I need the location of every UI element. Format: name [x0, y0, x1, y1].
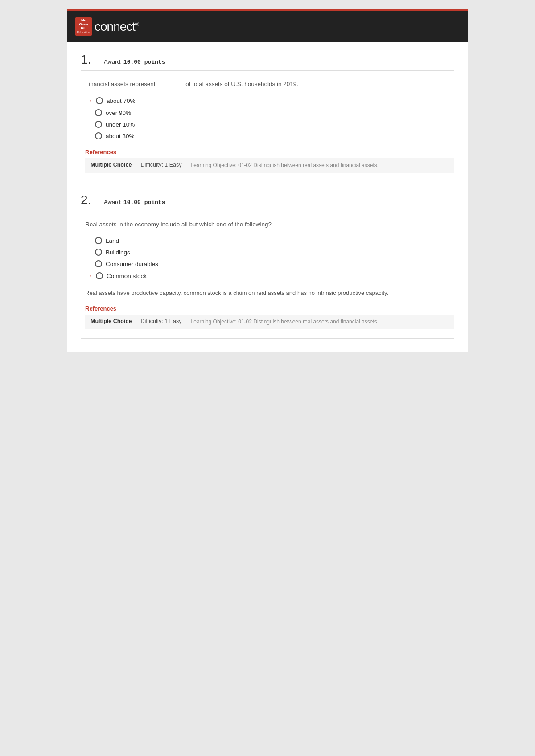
option-label-q1-0: about 70%	[107, 98, 136, 104]
question-2-award: Award: 10.00 points	[104, 199, 165, 206]
radio-q2-3[interactable]	[96, 272, 103, 279]
radio-q2-0[interactable]	[95, 237, 102, 244]
question-1-header: 1. Award: 10.00 points	[81, 46, 454, 71]
option-label-q2-3: Common stock	[107, 273, 147, 279]
radio-q2-1[interactable]	[95, 249, 102, 256]
question-2-number: 2.	[81, 193, 97, 207]
ref-type-q2: Multiple Choice	[91, 318, 132, 326]
radio-q2-2[interactable]	[95, 260, 102, 267]
question-2-options: Land Buildings Consumer durables → Commo…	[85, 237, 454, 280]
option-label-q2-0: Land	[106, 237, 119, 244]
arrow-icon-q2-3: →	[85, 272, 92, 280]
question-1-option-0[interactable]: → about 70%	[85, 97, 454, 105]
references-table-q2: Multiple Choice Difficulty: 1 Easy Learn…	[85, 315, 454, 329]
question-2-header: 2. Award: 10.00 points	[81, 187, 454, 211]
question-2-explanation: Real assets have productive capacity, co…	[85, 289, 450, 298]
question-1-option-2[interactable]: under 10%	[85, 121, 454, 128]
question-1-option-1[interactable]: over 90%	[85, 109, 454, 116]
references-link-q2[interactable]: References	[85, 305, 116, 312]
question-2-option-0[interactable]: Land	[85, 237, 454, 244]
ref-objective-q2: Learning Objective: 01-02 Distinguish be…	[191, 318, 379, 326]
ref-type-q1: Multiple Choice	[91, 162, 132, 169]
logo: McGrawHillEducation connect®	[75, 17, 139, 36]
option-label-q1-2: under 10%	[106, 121, 135, 128]
content-area: 1. Award: 10.00 points Financial assets …	[67, 42, 468, 352]
option-label-q2-1: Buildings	[106, 249, 130, 256]
question-1-award: Award: 10.00 points	[104, 58, 165, 65]
radio-q1-3[interactable]	[95, 132, 102, 139]
ref-difficulty-q1: Difficulty: 1 Easy	[140, 162, 181, 169]
question-1-block: 1. Award: 10.00 points Financial assets …	[81, 42, 454, 182]
references-link-q1[interactable]: References	[85, 149, 116, 155]
ref-objective-q1: Learning Objective: 01-02 Distinguish be…	[191, 162, 379, 169]
option-label-q1-1: over 90%	[106, 110, 131, 116]
option-label-q2-2: Consumer durables	[106, 261, 158, 267]
question-1-options: → about 70% over 90% under 10%	[85, 97, 454, 139]
question-1-number: 1.	[81, 53, 97, 67]
arrow-icon-q1-0: →	[85, 97, 92, 105]
question-2-references: References Multiple Choice Difficulty: 1…	[85, 305, 454, 329]
question-2-option-3[interactable]: → Common stock	[85, 272, 454, 280]
question-2-block: 2. Award: 10.00 points Real assets in th…	[81, 182, 454, 339]
radio-q1-0[interactable]	[96, 97, 103, 104]
question-2-option-2[interactable]: Consumer durables	[85, 260, 454, 267]
option-label-q1-3: about 30%	[106, 133, 135, 139]
logo-text: connect®	[95, 20, 139, 34]
question-1-text: Financial assets represent ________ of t…	[85, 80, 454, 89]
logo-icon: McGrawHillEducation	[75, 17, 92, 36]
question-2-text: Real assets in the economy include all b…	[85, 220, 454, 229]
radio-q1-1[interactable]	[95, 109, 102, 116]
question-2-option-1[interactable]: Buildings	[85, 249, 454, 256]
question-1-references: References Multiple Choice Difficulty: 1…	[85, 148, 454, 173]
question-1-option-3[interactable]: about 30%	[85, 132, 454, 139]
references-table-q1: Multiple Choice Difficulty: 1 Easy Learn…	[85, 158, 454, 173]
header: McGrawHillEducation connect®	[67, 9, 468, 42]
ref-difficulty-q2: Difficulty: 1 Easy	[140, 318, 181, 326]
radio-q1-2[interactable]	[95, 121, 102, 128]
